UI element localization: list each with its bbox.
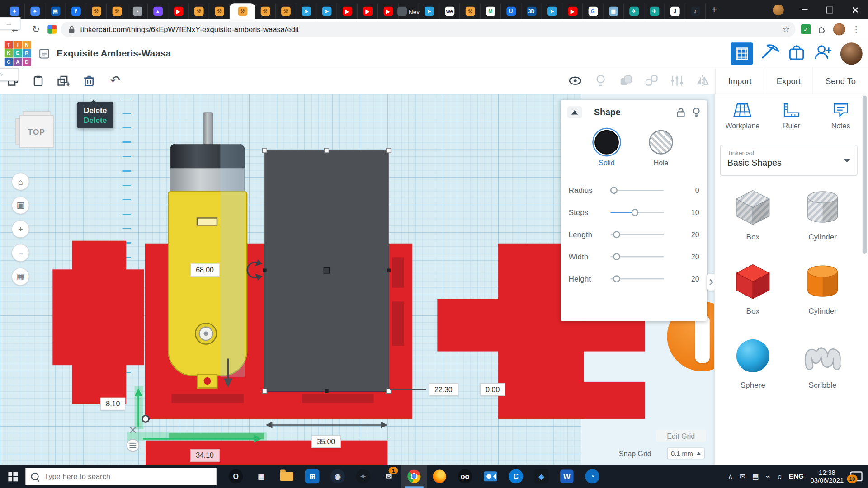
browser-tab[interactable]: ♪ <box>685 3 706 19</box>
tinkercad-logo[interactable]: TINKERCAD <box>5 41 31 66</box>
ungroup-button[interactable] <box>639 67 664 94</box>
browser-tab[interactable]: J <box>665 3 685 19</box>
padlock-icon[interactable] <box>69 26 75 33</box>
gift-icon[interactable] <box>787 43 806 64</box>
shape-sphere[interactable]: Sphere <box>718 335 788 389</box>
taskbar-microsoft-store-icon[interactable]: ⊞ <box>299 465 325 488</box>
bulb-icon[interactable] <box>693 108 700 117</box>
slider-track[interactable] <box>611 190 664 191</box>
shape-box-hole[interactable]: Box <box>718 187 788 241</box>
browser-tab[interactable]: ▶ <box>378 3 398 19</box>
slider-knob[interactable] <box>632 209 639 216</box>
duplicate-button[interactable] <box>51 67 76 94</box>
shapes-view-button[interactable] <box>731 42 753 65</box>
browser-tab[interactable]: U <box>501 3 521 19</box>
slider-knob[interactable] <box>610 187 618 194</box>
browser-tab[interactable]: ➤ <box>419 3 439 19</box>
browser-tab[interactable]: ⚒ <box>107 3 127 19</box>
taskbar-word-icon[interactable]: W <box>554 465 580 488</box>
browser-tab[interactable]: ✈ <box>624 3 644 19</box>
add-user-icon[interactable] <box>813 43 834 64</box>
shape-cylinder-solid[interactable]: Cylinder <box>788 261 857 315</box>
user-avatar[interactable] <box>840 42 863 65</box>
browser-tab[interactable]: ▶ <box>168 3 189 19</box>
dimension-label[interactable]: 35.00 <box>311 435 340 448</box>
dimension-label[interactable]: 22.30 <box>429 383 458 396</box>
shape-cylinder-hole[interactable]: Cylinder <box>788 187 857 241</box>
active-tab[interactable]: ⚒ <box>230 3 255 19</box>
browser-tab[interactable]: ⚒ <box>255 3 275 19</box>
taskbar-task-view-icon[interactable]: ▦ <box>249 465 274 488</box>
design-title[interactable]: Exquisite Amberis-Waasa <box>57 48 171 59</box>
browser-tab[interactable]: ▲ <box>148 3 168 19</box>
browser-tab[interactable]: ⚒ <box>276 3 296 19</box>
reload-button[interactable]: ↻ <box>30 23 42 35</box>
send-to-button[interactable]: Send To <box>813 67 868 94</box>
tray-icon[interactable]: ✉ <box>740 472 745 480</box>
start-button[interactable] <box>0 465 25 488</box>
taskbar-firefox-icon[interactable] <box>427 465 452 488</box>
browser-tab[interactable]: ➤ <box>542 3 562 19</box>
mine-blocks-icon[interactable] <box>760 43 781 64</box>
lock-icon[interactable] <box>677 108 685 117</box>
new-tab-button[interactable]: + <box>711 4 717 15</box>
shape-scribble[interactable]: Scribble <box>788 335 857 389</box>
tray-icon[interactable]: ∧ <box>728 472 733 480</box>
browser-tab[interactable]: ▶ <box>337 3 358 19</box>
dimension-label[interactable]: 34.10 <box>190 449 219 462</box>
language-indicator[interactable]: ENG <box>789 473 804 480</box>
hole-swatch[interactable] <box>649 130 673 155</box>
tray-icon[interactable]: ▤ <box>752 472 759 480</box>
taskbar-dark-app-2-icon[interactable]: ◈ <box>528 465 554 488</box>
paste-button[interactable] <box>25 67 51 94</box>
taskbar-opera-icon[interactable]: O <box>223 465 248 488</box>
browser-tab[interactable]: ⚒ <box>460 3 481 19</box>
hole-option[interactable]: Hole <box>649 130 673 167</box>
taskbar-steam-icon[interactable]: ◉ <box>325 465 350 488</box>
slider-knob[interactable] <box>613 253 620 260</box>
url-input[interactable] <box>79 24 779 34</box>
check-extension-icon[interactable]: ✓ <box>801 24 811 34</box>
taskbar-camera-app-icon[interactable] <box>478 465 503 488</box>
taskbar-blue-app-icon[interactable]: ◔ <box>580 465 605 488</box>
browser-tab[interactable]: M <box>481 3 501 19</box>
shape-library-dropdown[interactable]: Tinkercad Basic Shapes <box>720 145 858 176</box>
import-button[interactable]: Import <box>715 67 764 94</box>
taskbar-clock[interactable]: 12:38 03/06/2021 <box>811 469 844 484</box>
slider-track[interactable] <box>611 234 664 235</box>
sidebar-collapse-button[interactable] <box>707 274 715 291</box>
dimension-label[interactable]: 8.10 <box>100 398 125 410</box>
taskbar-file-explorer-icon[interactable] <box>274 465 299 488</box>
group-button[interactable] <box>613 67 639 94</box>
redo-button[interactable]: ↷ <box>0 68 19 81</box>
browser-tab[interactable]: f <box>66 3 86 19</box>
omnibox[interactable]: ☆ <box>61 22 796 37</box>
taskbar-edge-icon[interactable]: C <box>503 465 528 488</box>
slider-knob[interactable] <box>613 275 620 282</box>
taskbar-search[interactable] <box>25 468 216 485</box>
show-all-button[interactable] <box>563 67 588 94</box>
extension-icon[interactable] <box>47 25 57 34</box>
browser-tab[interactable]: ▶ <box>358 3 378 19</box>
undo-button[interactable]: ↶ <box>102 74 128 88</box>
taskbar-obs-icon[interactable]: oo <box>452 465 477 488</box>
snap-grid-dropdown[interactable]: 0.1 mm <box>667 448 705 460</box>
browser-update-icon[interactable] <box>773 4 783 15</box>
dimension-label[interactable]: 0.00 <box>480 383 505 396</box>
white-shape[interactable] <box>695 315 710 363</box>
edit-grid-button[interactable]: Edit Grid <box>656 430 706 442</box>
browser-tab[interactable]: 3D <box>521 3 542 19</box>
delete-button[interactable] <box>76 67 102 94</box>
collapse-panel-button[interactable] <box>567 106 582 118</box>
browser-tab[interactable]: ⚒ <box>209 3 230 19</box>
tray-icon[interactable]: ⌁ <box>766 472 770 480</box>
browser-menu-icon[interactable]: ⋮ <box>852 24 860 34</box>
forward-button[interactable]: → <box>0 17 20 29</box>
search-input[interactable] <box>43 472 211 481</box>
bookmark-star-icon[interactable]: ☆ <box>783 24 790 34</box>
ruler-tool[interactable]: Ruler <box>769 102 814 130</box>
slider-track[interactable] <box>611 256 664 257</box>
close-button[interactable] <box>843 0 868 19</box>
notes-tool[interactable]: Notes <box>819 102 863 130</box>
browser-tab[interactable]: ⚒ <box>86 3 107 19</box>
